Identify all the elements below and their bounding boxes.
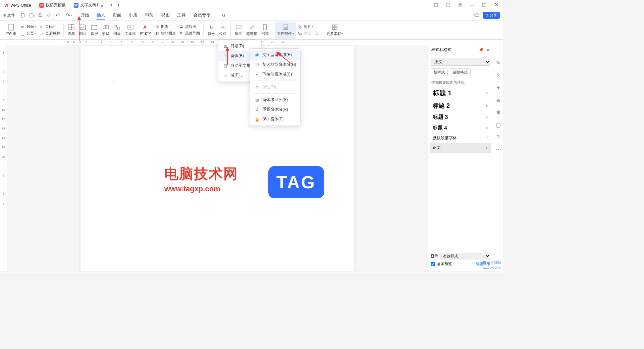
docpart-button[interactable]: ab文档部件▾ — [275, 21, 296, 39]
tab-home[interactable]: W WPS Office — [1, 1, 35, 10]
tab-add-button[interactable]: + — [107, 2, 116, 8]
smartart-button[interactable]: ◧智能图形 — [153, 31, 177, 37]
show-select[interactable]: 有效样式 — [440, 253, 490, 259]
file-label: 文件 — [7, 12, 15, 18]
word-count[interactable]: 字数: 0 — [24, 272, 36, 272]
avatar-icon[interactable] — [456, 1, 464, 9]
chart-button[interactable]: ▥图表 — [153, 24, 177, 30]
print-preview-button[interactable] — [47, 13, 51, 18]
separator — [230, 23, 231, 37]
headerfooter-button[interactable]: ▭页眉页脚 — [37, 31, 61, 37]
svg-text:A: A — [129, 26, 131, 29]
print-button[interactable] — [38, 13, 43, 18]
share-button[interactable]: ⇪ 分享 — [483, 12, 500, 19]
tab-review[interactable]: 审阅 — [145, 11, 154, 20]
pin-icon[interactable]: 📌 — [479, 48, 484, 52]
page-indicator[interactable]: 页面: 1/1 — [3, 272, 18, 272]
tab-tools[interactable]: 工具 — [177, 11, 186, 20]
ribbon-insert: 空白页 ▭封面▾ ⎯分页▾ #页码▾ ▭页眉页脚 表格 图片 截屏 形状 图标 … — [0, 21, 503, 40]
svg-rect-22 — [332, 25, 334, 27]
cursor-icon[interactable]: ↖ — [496, 72, 500, 79]
blank-page-button[interactable]: 空白页 — [3, 21, 18, 39]
style-normal[interactable]: 正文↵ — [430, 143, 491, 153]
menu-shading[interactable]: ▨窗体域底纹(S) — [250, 95, 300, 105]
help-icon[interactable]: ? — [497, 134, 500, 140]
icon-button[interactable]: 图标 — [111, 21, 123, 39]
sparkle-icon[interactable]: ✦ — [496, 85, 500, 91]
new-button[interactable] — [20, 13, 25, 18]
reader-icon[interactable] — [432, 1, 440, 9]
redo-button[interactable]: ↷▾ — [66, 12, 72, 18]
close-panel-icon[interactable]: ✕ — [486, 48, 490, 52]
tab-templates[interactable]: D 找稻壳模板 — [36, 1, 69, 10]
paging-button[interactable]: ⎯分页▾ — [18, 31, 37, 37]
more-icon[interactable]: ⋯ — [496, 146, 501, 153]
screenshot-button[interactable]: 截屏 — [89, 21, 100, 39]
menu-reset[interactable]: ↺重置窗体域(R) — [250, 105, 300, 114]
style-h4[interactable]: 标题 4↵ — [430, 123, 491, 133]
attachment-button[interactable]: 📎附件▾ — [296, 24, 320, 30]
menu-checkbox-form[interactable]: ☑复选框型窗体域(H) — [250, 60, 300, 69]
pagenum-button[interactable]: #页码▾ — [37, 24, 61, 30]
hyperlink-button[interactable]: 超链接 — [244, 21, 259, 39]
cube-icon[interactable] — [444, 1, 452, 9]
flowchart-button[interactable]: ⬓流程图 — [177, 24, 201, 30]
style-default-para[interactable]: 默认段落字体a — [430, 133, 491, 143]
spellcheck-status[interactable]: 拼写检查: 打开 — [42, 272, 66, 272]
pen-icon[interactable]: ✎ — [496, 60, 500, 66]
ruler-vertical[interactable]: 22468101214161820224 — [0, 45, 7, 271]
mindmap-button[interactable]: ☸思维导图 — [177, 31, 201, 37]
save-button[interactable] — [29, 13, 34, 18]
symbol-button[interactable]: Ω符号 — [206, 21, 217, 39]
maximize-button[interactable] — [480, 1, 488, 9]
picture-button[interactable]: 图片 — [77, 21, 89, 39]
equation-button[interactable]: √x公式 — [217, 21, 228, 39]
comment-button[interactable]: 批注 — [233, 21, 244, 39]
table-button[interactable]: 表格 — [66, 21, 77, 39]
undo-button[interactable]: ↶▾ — [55, 12, 62, 18]
menu-text-form[interactable]: ab文字型窗体域(E) — [250, 50, 300, 60]
more-materials-button[interactable]: 更多素材▾ — [324, 21, 345, 39]
close-button[interactable]: ✕ — [492, 1, 500, 9]
tab-document[interactable]: W 文字文稿1 ● — [70, 1, 107, 10]
shape-button[interactable]: 形状 — [100, 21, 111, 39]
page[interactable]: ⠿ — [80, 46, 354, 271]
search-button[interactable] — [221, 13, 226, 18]
bookmark-button[interactable]: 书签 — [259, 21, 271, 39]
style-h3[interactable]: 标题 3↵ — [430, 112, 491, 123]
book-icon[interactable]: ▢ — [496, 122, 501, 128]
tab-document-label: 文字文稿1 — [80, 2, 99, 8]
wordart-button[interactable]: A艺术字 — [138, 21, 153, 39]
tab-menu-button[interactable]: ▾ — [116, 3, 121, 7]
style-h2[interactable]: 标题 2↵ — [430, 100, 491, 112]
cover-button[interactable]: ▭封面▾ — [18, 24, 37, 30]
tab-member[interactable]: 会员专享 — [193, 11, 211, 20]
tab-view[interactable]: 视图 — [161, 11, 170, 20]
dropcap-button[interactable]: A≡首字下沉 — [296, 31, 320, 37]
tab-close-icon[interactable]: ● — [100, 3, 103, 8]
tab-insert[interactable]: 插入 — [97, 11, 105, 20]
document-area[interactable]: ⠿ — [7, 45, 428, 271]
proofing[interactable]: 校对 — [76, 272, 83, 272]
new-style-button[interactable]: 新样式 — [431, 68, 448, 76]
clear-format-button[interactable]: 清除格式 — [450, 68, 471, 76]
dropdown-icon: ▾ — [254, 72, 260, 77]
file-menu[interactable]: ≡ 文件 — [3, 12, 15, 18]
preview-checkbox[interactable] — [431, 262, 435, 266]
tab-page[interactable]: 页面 — [113, 11, 121, 20]
tab-start[interactable]: 开始 — [80, 11, 89, 20]
current-style-select[interactable]: 正文 — [431, 58, 490, 66]
pin2-icon[interactable]: ✱ — [496, 109, 500, 116]
separator — [273, 23, 273, 37]
compass-icon[interactable]: ⊕ — [496, 97, 500, 103]
menu-dropdown-form[interactable]: ▾下拉型窗体域(C) — [250, 69, 300, 79]
textbox-button[interactable]: A文本框 — [123, 21, 138, 39]
tab-reference[interactable]: 引用 — [129, 11, 138, 20]
flowchart-icon: ⬓ — [178, 24, 184, 30]
smart-format-link[interactable]: 智能排版 — [476, 261, 490, 266]
collapse-icon[interactable]: — — [496, 48, 501, 54]
cloud-icon[interactable] — [474, 13, 480, 18]
menu-protect[interactable]: 🔒保护窗体(F) — [250, 114, 300, 124]
minimize-button[interactable]: ― — [468, 1, 476, 9]
style-h1[interactable]: 标题 1↵ — [430, 87, 491, 100]
